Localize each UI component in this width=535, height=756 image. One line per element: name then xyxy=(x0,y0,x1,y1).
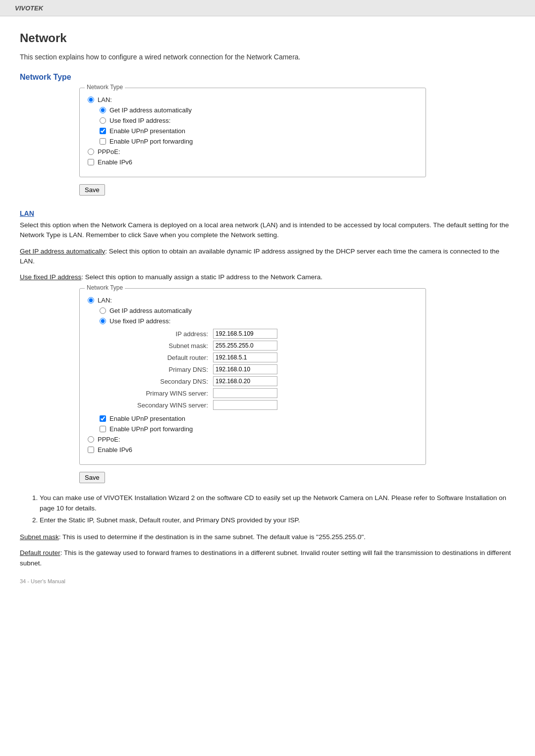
notes-list: You can make use of VIVOTEK Installation… xyxy=(40,493,515,525)
get-ip-auto-row-2[interactable]: Get IP address automatically xyxy=(100,307,418,314)
upnp-presentation-label-2: Enable UPnP presentation xyxy=(109,415,185,422)
pppoe-radio-row[interactable]: PPPoE: xyxy=(88,148,418,155)
field-input-6[interactable] xyxy=(213,400,277,410)
use-fixed-ip-desc-text: : Select this option to manually assign … xyxy=(81,273,322,281)
field-row-1: Subnet mask: xyxy=(137,340,277,352)
use-fixed-ip-label-2: Use fixed IP address: xyxy=(109,317,170,325)
ip-fields-table: IP address:Subnet mask:Default router:Pr… xyxy=(137,328,277,411)
ipv6-row[interactable]: Enable IPv6 xyxy=(88,158,418,166)
use-fixed-ip-desc: Use fixed IP address: Select this option… xyxy=(20,272,515,282)
field-row-6: Secondary WINS server: xyxy=(137,399,277,411)
field-input-3[interactable] xyxy=(213,364,277,374)
lan-section: LAN Select this option when the Network … xyxy=(20,209,515,282)
get-ip-auto-desc: Get IP address automatically: Select thi… xyxy=(20,247,515,267)
pppoe-label: PPPoE: xyxy=(98,148,120,155)
field-label-6: Secondary WINS server: xyxy=(137,399,213,411)
lan-label-2: LAN: xyxy=(98,297,112,304)
pppoe-radio[interactable] xyxy=(88,149,94,155)
network-type-box-2: Network Type LAN: Get IP address automat… xyxy=(79,288,426,465)
box-legend-2: Network Type xyxy=(85,284,125,291)
brand-name: VIVOTEK xyxy=(15,4,43,12)
lan-label: LAN: xyxy=(98,96,112,103)
field-label-4: Secondary DNS: xyxy=(137,375,213,387)
field-label-3: Primary DNS: xyxy=(137,363,213,375)
field-label-5: Primary WINS server: xyxy=(137,387,213,399)
use-fixed-ip-radio-2[interactable] xyxy=(100,318,106,324)
field-input-cell-4[interactable] xyxy=(213,375,277,387)
ipv6-label: Enable IPv6 xyxy=(98,158,132,166)
network-type-heading: Network Type xyxy=(20,73,515,82)
upnp-presentation-label: Enable UPnP presentation xyxy=(109,127,185,135)
subnet-mask-desc: Subnet mask: This is used to determine i… xyxy=(20,532,515,542)
subnet-mask-text: : This is used to determine if the desti… xyxy=(59,533,366,541)
ipv6-checkbox[interactable] xyxy=(88,159,94,165)
ipv6-checkbox-2[interactable] xyxy=(88,447,94,453)
subnet-mask-link: Subnet mask xyxy=(20,533,59,541)
get-ip-auto-radio[interactable] xyxy=(100,107,106,113)
use-fixed-ip-link: Use fixed IP address xyxy=(20,273,81,281)
upnp-presentation-row[interactable]: Enable UPnP presentation xyxy=(100,127,418,135)
footer: 34 - User's Manual xyxy=(20,578,515,584)
get-ip-auto-radio-2[interactable] xyxy=(100,307,106,314)
lan-paragraph1: Select this option when the Network Came… xyxy=(20,220,515,241)
upnp-port-fwd-label: Enable UPnP port forwarding xyxy=(109,138,193,145)
get-ip-auto-label-2: Get IP address automatically xyxy=(109,307,192,314)
field-label-1: Subnet mask: xyxy=(137,340,213,352)
box-legend-1: Network Type xyxy=(85,84,125,91)
field-row-3: Primary DNS: xyxy=(137,363,277,375)
field-label-2: Default router: xyxy=(137,352,213,363)
upnp-presentation-checkbox-2[interactable] xyxy=(100,415,106,422)
field-input-cell-3[interactable] xyxy=(213,363,277,375)
upnp-port-fwd-checkbox-2[interactable] xyxy=(100,426,106,432)
field-input-0[interactable] xyxy=(213,329,277,339)
upnp-presentation-checkbox[interactable] xyxy=(100,128,106,134)
field-input-cell-1[interactable] xyxy=(213,340,277,352)
upnp-presentation-row-2[interactable]: Enable UPnP presentation xyxy=(100,415,418,422)
page-title: Network xyxy=(20,31,515,45)
field-row-5: Primary WINS server: xyxy=(137,387,277,399)
lan-radio[interactable] xyxy=(88,97,94,103)
use-fixed-ip-label: Use fixed IP address: xyxy=(109,117,170,124)
upnp-port-fwd-label-2: Enable UPnP port forwarding xyxy=(109,425,193,433)
ipv6-label-2: Enable IPv6 xyxy=(98,446,132,454)
note-item-1: You can make use of VIVOTEK Installation… xyxy=(40,493,515,513)
field-input-4[interactable] xyxy=(213,376,277,386)
upnp-port-fwd-row-2[interactable]: Enable UPnP port forwarding xyxy=(100,425,418,433)
get-ip-auto-row[interactable]: Get IP address automatically xyxy=(100,106,418,114)
lan-radio-2[interactable] xyxy=(88,297,94,303)
field-label-0: IP address: xyxy=(137,328,213,340)
lan-radio-row-2[interactable]: LAN: xyxy=(88,297,418,304)
use-fixed-ip-row[interactable]: Use fixed IP address: xyxy=(100,117,418,124)
field-input-cell-2[interactable] xyxy=(213,352,277,363)
field-input-5[interactable] xyxy=(213,388,277,398)
field-row-4: Secondary DNS: xyxy=(137,375,277,387)
note-item-2: Enter the Static IP, Subnet mask, Defaul… xyxy=(40,515,515,525)
default-router-link: Default router xyxy=(20,549,60,556)
main-content: Network This section explains how to con… xyxy=(0,16,535,599)
lan-paragraph1-text: Select this option when the Network Came… xyxy=(20,221,509,239)
intro-text: This section explains how to configure a… xyxy=(20,53,515,61)
network-type-box-1: Network Type LAN: Get IP address automat… xyxy=(79,88,426,177)
field-input-cell-6[interactable] xyxy=(213,399,277,411)
pppoe-radio-2[interactable] xyxy=(88,436,94,443)
field-input-2[interactable] xyxy=(213,353,277,362)
get-ip-auto-label: Get IP address automatically xyxy=(109,106,192,114)
field-input-cell-5[interactable] xyxy=(213,387,277,399)
page-header: VIVOTEK xyxy=(0,0,535,16)
save-button-2[interactable]: Save xyxy=(79,472,105,483)
save-button-1[interactable]: Save xyxy=(79,184,105,196)
pppoe-radio-row-2[interactable]: PPPoE: xyxy=(88,436,418,443)
pppoe-label-2: PPPoE: xyxy=(98,436,120,443)
default-router-text: : This is the gateway used to forward fr… xyxy=(20,549,511,566)
field-input-1[interactable] xyxy=(213,341,277,351)
upnp-port-fwd-checkbox[interactable] xyxy=(100,138,106,145)
upnp-port-fwd-row[interactable]: Enable UPnP port forwarding xyxy=(100,138,418,145)
field-input-cell-0[interactable] xyxy=(213,328,277,340)
ipv6-row-2[interactable]: Enable IPv6 xyxy=(88,446,418,454)
use-fixed-ip-radio[interactable] xyxy=(100,117,106,124)
get-ip-auto-link: Get IP address automatically xyxy=(20,248,105,255)
lan-subsection-title: LAN xyxy=(20,209,515,217)
field-row-2: Default router: xyxy=(137,352,277,363)
lan-radio-row[interactable]: LAN: xyxy=(88,96,418,103)
use-fixed-ip-row-2[interactable]: Use fixed IP address: xyxy=(100,317,418,325)
